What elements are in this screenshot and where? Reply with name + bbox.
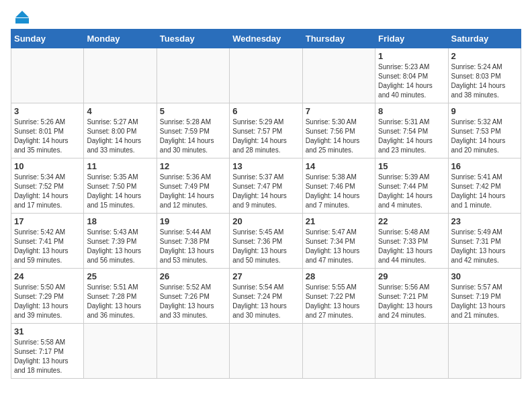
calendar-cell: 18Sunrise: 5:43 AM Sunset: 7:39 PM Dayli… (84, 214, 157, 269)
calendar-cell: 14Sunrise: 5:38 AM Sunset: 7:46 PM Dayli… (302, 158, 375, 214)
day-info: Sunrise: 5:37 AM Sunset: 7:47 PM Dayligh… (232, 173, 299, 210)
calendar-cell: 25Sunrise: 5:51 AM Sunset: 7:28 PM Dayli… (84, 269, 157, 324)
day-number: 13 (232, 161, 299, 171)
day-number: 1 (378, 51, 445, 61)
calendar-cell: 13Sunrise: 5:37 AM Sunset: 7:47 PM Dayli… (230, 158, 302, 214)
calendar-table: SundayMondayTuesdayWednesdayThursdayFrid… (11, 29, 521, 379)
calendar-cell: 20Sunrise: 5:45 AM Sunset: 7:36 PM Dayli… (230, 214, 302, 269)
calendar-week-6: 31Sunrise: 5:58 AM Sunset: 7:17 PM Dayli… (11, 324, 521, 379)
calendar-week-1: 1Sunrise: 5:23 AM Sunset: 8:04 PM Daylig… (11, 48, 521, 103)
calendar-cell (230, 324, 302, 379)
day-number: 25 (87, 271, 153, 281)
day-info: Sunrise: 5:50 AM Sunset: 7:29 PM Dayligh… (14, 283, 81, 320)
day-info: Sunrise: 5:57 AM Sunset: 7:19 PM Dayligh… (451, 283, 518, 320)
calendar-cell: 6Sunrise: 5:29 AM Sunset: 7:57 PM Daylig… (230, 103, 302, 158)
day-number: 6 (232, 106, 299, 116)
day-number: 7 (306, 106, 372, 116)
day-number: 23 (451, 216, 518, 226)
calendar-cell (157, 324, 229, 379)
calendar-cell (84, 324, 157, 379)
day-info: Sunrise: 5:28 AM Sunset: 7:59 PM Dayligh… (160, 118, 226, 155)
calendar-cell: 21Sunrise: 5:47 AM Sunset: 7:34 PM Dayli… (302, 214, 375, 269)
calendar-week-2: 3Sunrise: 5:26 AM Sunset: 8:01 PM Daylig… (11, 103, 521, 158)
weekday-header-wednesday: Wednesday (230, 30, 302, 48)
calendar-cell: 4Sunrise: 5:27 AM Sunset: 8:00 PM Daylig… (84, 103, 157, 158)
calendar-cell (84, 48, 157, 103)
day-info: Sunrise: 5:58 AM Sunset: 7:17 PM Dayligh… (14, 338, 81, 375)
day-number: 3 (14, 106, 81, 116)
day-number: 21 (306, 216, 372, 226)
day-info: Sunrise: 5:36 AM Sunset: 7:49 PM Dayligh… (160, 173, 226, 210)
calendar-cell: 11Sunrise: 5:35 AM Sunset: 7:50 PM Dayli… (84, 158, 157, 214)
day-info: Sunrise: 5:34 AM Sunset: 7:52 PM Dayligh… (14, 173, 81, 210)
day-number: 24 (14, 271, 81, 281)
calendar-cell: 15Sunrise: 5:39 AM Sunset: 7:44 PM Dayli… (375, 158, 448, 214)
calendar-cell: 16Sunrise: 5:41 AM Sunset: 7:42 PM Dayli… (448, 158, 521, 214)
calendar-cell: 22Sunrise: 5:48 AM Sunset: 7:33 PM Dayli… (375, 214, 448, 269)
day-number: 10 (14, 161, 81, 171)
day-info: Sunrise: 5:26 AM Sunset: 8:01 PM Dayligh… (14, 118, 81, 155)
day-number: 9 (451, 106, 518, 116)
logo (11, 11, 29, 24)
day-number: 11 (87, 161, 153, 171)
calendar-cell: 27Sunrise: 5:54 AM Sunset: 7:24 PM Dayli… (230, 269, 302, 324)
day-info: Sunrise: 5:51 AM Sunset: 7:28 PM Dayligh… (87, 283, 153, 320)
calendar-cell (448, 324, 521, 379)
day-info: Sunrise: 5:42 AM Sunset: 7:41 PM Dayligh… (14, 228, 81, 265)
day-number: 19 (160, 216, 226, 226)
day-info: Sunrise: 5:49 AM Sunset: 7:31 PM Dayligh… (451, 228, 518, 265)
weekday-header-friday: Friday (375, 30, 448, 48)
day-info: Sunrise: 5:31 AM Sunset: 7:54 PM Dayligh… (378, 118, 445, 155)
day-number: 5 (160, 106, 226, 116)
calendar-week-4: 17Sunrise: 5:42 AM Sunset: 7:41 PM Dayli… (11, 214, 521, 269)
day-info: Sunrise: 5:29 AM Sunset: 7:57 PM Dayligh… (232, 118, 299, 155)
day-info: Sunrise: 5:27 AM Sunset: 8:00 PM Dayligh… (87, 118, 153, 155)
calendar-week-3: 10Sunrise: 5:34 AM Sunset: 7:52 PM Dayli… (11, 158, 521, 214)
calendar-cell: 5Sunrise: 5:28 AM Sunset: 7:59 PM Daylig… (157, 103, 229, 158)
calendar-cell: 23Sunrise: 5:49 AM Sunset: 7:31 PM Dayli… (448, 214, 521, 269)
calendar-cell (302, 48, 375, 103)
day-info: Sunrise: 5:54 AM Sunset: 7:24 PM Dayligh… (232, 283, 299, 320)
calendar-cell: 10Sunrise: 5:34 AM Sunset: 7:52 PM Dayli… (11, 158, 84, 214)
calendar-cell: 2Sunrise: 5:24 AM Sunset: 8:03 PM Daylig… (448, 48, 521, 103)
day-info: Sunrise: 5:24 AM Sunset: 8:03 PM Dayligh… (451, 62, 518, 100)
calendar-cell: 30Sunrise: 5:57 AM Sunset: 7:19 PM Dayli… (448, 269, 521, 324)
day-number: 22 (378, 216, 445, 226)
day-number: 26 (160, 271, 226, 281)
weekday-header-saturday: Saturday (448, 30, 521, 48)
calendar-cell: 24Sunrise: 5:50 AM Sunset: 7:29 PM Dayli… (11, 269, 84, 324)
calendar-cell: 28Sunrise: 5:55 AM Sunset: 7:22 PM Dayli… (302, 269, 375, 324)
calendar-cell (157, 48, 229, 103)
calendar-cell: 3Sunrise: 5:26 AM Sunset: 8:01 PM Daylig… (11, 103, 84, 158)
calendar-cell: 29Sunrise: 5:56 AM Sunset: 7:21 PM Dayli… (375, 269, 448, 324)
day-info: Sunrise: 5:52 AM Sunset: 7:26 PM Dayligh… (160, 283, 226, 320)
day-info: Sunrise: 5:56 AM Sunset: 7:21 PM Dayligh… (378, 283, 445, 320)
calendar-cell (302, 324, 375, 379)
day-info: Sunrise: 5:35 AM Sunset: 7:50 PM Dayligh… (87, 173, 153, 210)
day-number: 31 (14, 326, 81, 336)
day-number: 18 (87, 216, 153, 226)
weekday-header-thursday: Thursday (302, 30, 375, 48)
weekday-header-sunday: Sunday (11, 30, 84, 48)
calendar-cell: 1Sunrise: 5:23 AM Sunset: 8:04 PM Daylig… (375, 48, 448, 103)
day-info: Sunrise: 5:23 AM Sunset: 8:04 PM Dayligh… (378, 62, 445, 100)
day-info: Sunrise: 5:48 AM Sunset: 7:33 PM Dayligh… (378, 228, 445, 265)
day-number: 30 (451, 271, 518, 281)
day-number: 17 (14, 216, 81, 226)
day-number: 16 (451, 161, 518, 171)
day-info: Sunrise: 5:47 AM Sunset: 7:34 PM Dayligh… (306, 228, 372, 265)
day-info: Sunrise: 5:44 AM Sunset: 7:38 PM Dayligh… (160, 228, 226, 265)
calendar-cell: 8Sunrise: 5:31 AM Sunset: 7:54 PM Daylig… (375, 103, 448, 158)
day-info: Sunrise: 5:55 AM Sunset: 7:22 PM Dayligh… (306, 283, 372, 320)
day-number: 20 (232, 216, 299, 226)
day-number: 14 (306, 161, 372, 171)
calendar-cell: 31Sunrise: 5:58 AM Sunset: 7:17 PM Dayli… (11, 324, 84, 379)
day-info: Sunrise: 5:39 AM Sunset: 7:44 PM Dayligh… (378, 173, 445, 210)
weekday-header-monday: Monday (84, 30, 157, 48)
calendar-cell: 7Sunrise: 5:30 AM Sunset: 7:56 PM Daylig… (302, 103, 375, 158)
day-number: 15 (378, 161, 445, 171)
calendar-cell (230, 48, 302, 103)
page-header (11, 11, 521, 24)
calendar-cell: 12Sunrise: 5:36 AM Sunset: 7:49 PM Dayli… (157, 158, 229, 214)
day-number: 28 (306, 271, 372, 281)
